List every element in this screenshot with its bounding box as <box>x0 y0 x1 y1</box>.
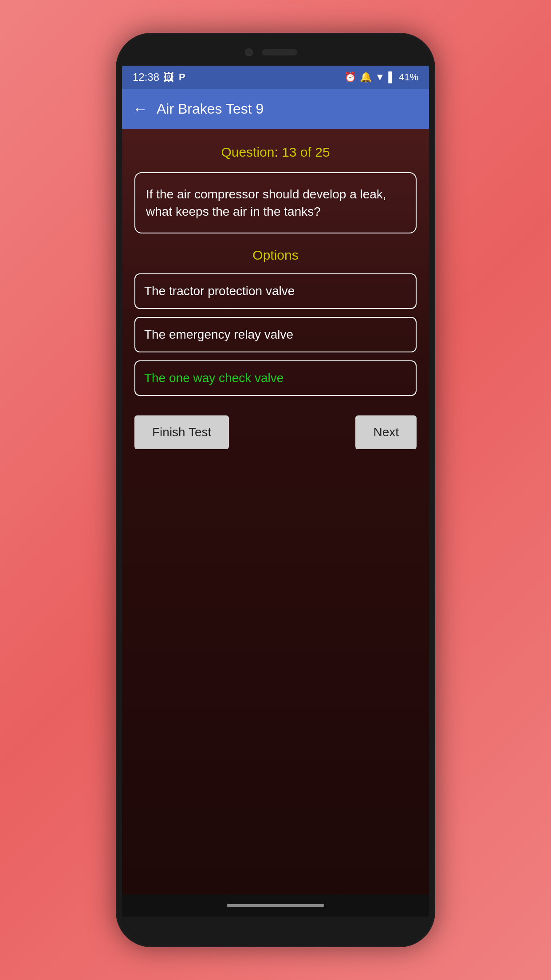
bottom-bar <box>122 894 429 917</box>
option-1-text: The tractor protection valve <box>144 284 295 298</box>
signal-icon: ▌ <box>388 71 395 83</box>
option-3-text: The one way check valve <box>144 371 283 385</box>
speaker <box>262 49 297 55</box>
option-1[interactable]: The tractor protection valve <box>134 273 417 309</box>
phone-screen: 12:38 🖼 P ⏰ 🔔 ▼ ▌ 41% ← Air Brakes Test … <box>122 39 429 941</box>
status-bar: 12:38 🖼 P ⏰ 🔔 ▼ ▌ 41% <box>122 66 429 89</box>
time-display: 12:38 <box>133 71 159 83</box>
phone-top-physical <box>122 39 429 66</box>
app-title: Air Brakes Test 9 <box>157 101 264 117</box>
option-2[interactable]: The emergency relay valve <box>134 317 417 352</box>
options-container: The tractor protection valve The emergen… <box>134 273 417 396</box>
finish-test-button[interactable]: Finish Test <box>134 415 229 449</box>
phone-frame: 12:38 🖼 P ⏰ 🔔 ▼ ▌ 41% ← Air Brakes Test … <box>116 33 435 947</box>
status-left: 12:38 🖼 P <box>133 71 185 83</box>
option-3[interactable]: The one way check valve <box>134 360 417 396</box>
bottom-indicator <box>227 904 324 907</box>
alarm-icon: ⏰ <box>344 71 356 83</box>
wifi-icon: ▼ <box>375 71 385 83</box>
back-button[interactable]: ← <box>133 100 148 118</box>
phone-bottom-physical <box>122 917 429 941</box>
camera <box>245 48 253 56</box>
buttons-row: Finish Test Next <box>134 415 417 449</box>
battery-display: 41% <box>399 71 418 83</box>
options-label: Options <box>252 248 298 263</box>
question-counter: Question: 13 of 25 <box>221 145 330 160</box>
gallery-icon: 🖼 <box>164 71 174 83</box>
question-text: If the air compressor should develop a l… <box>146 187 386 218</box>
app-bar: ← Air Brakes Test 9 <box>122 89 429 129</box>
next-button[interactable]: Next <box>355 415 417 449</box>
main-content: Question: 13 of 25 If the air compressor… <box>122 129 429 894</box>
question-box: If the air compressor should develop a l… <box>134 172 417 233</box>
mute-icon: 🔔 <box>360 71 372 83</box>
option-2-text: The emergency relay valve <box>144 328 293 341</box>
parking-icon: P <box>179 71 185 83</box>
status-right: ⏰ 🔔 ▼ ▌ 41% <box>344 71 418 83</box>
